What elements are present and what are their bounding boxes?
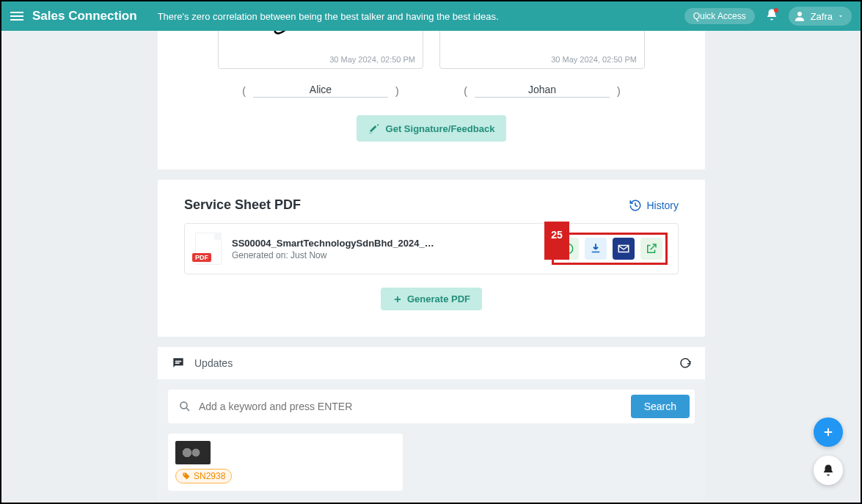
bell-icon — [822, 464, 835, 477]
signatures-card: 30 May 2024, 02:50 PM ( Alice ) 30 — [158, 31, 705, 169]
search-button[interactable]: Search — [631, 395, 690, 418]
signature-box: 30 May 2024, 02:50 PM ( Alice ) — [218, 31, 423, 98]
notifications-icon[interactable] — [765, 8, 778, 24]
chevron-down-icon — [837, 12, 844, 20]
menu-icon[interactable] — [10, 12, 23, 21]
callout-marker: 25 — [544, 222, 569, 260]
floating-actions — [814, 417, 843, 485]
topbar: Sales Connection There's zero correlatio… — [1, 1, 861, 31]
plus-icon — [822, 426, 835, 439]
tagline: There's zero correlation between being t… — [158, 11, 684, 22]
generate-pdf-button[interactable]: Generate PDF — [381, 288, 482, 310]
service-sheet-pdf-card: Service Sheet PDF History PDF SS00004_Sm… — [158, 180, 705, 337]
signature-date: 30 May 2024, 02:50 PM — [329, 55, 415, 64]
page-body: 30 May 2024, 02:50 PM ( Alice ) 30 — [1, 31, 861, 503]
update-thumbnail — [175, 441, 211, 464]
search-input[interactable] — [199, 401, 624, 412]
tag-chip[interactable]: SN2938 — [175, 469, 232, 483]
user-name: Zafra — [811, 11, 833, 22]
signature-icon — [368, 123, 380, 134]
signature-date: 30 May 2024, 02:50 PM — [551, 55, 637, 64]
download-button[interactable] — [585, 238, 607, 260]
update-item[interactable]: SN2938 — [168, 434, 403, 491]
svg-rect-2 — [592, 252, 600, 253]
pdf-filename: SS00004_SmartTechnologySdnBhd_2024_Ma… — [232, 238, 437, 249]
pdf-file-row: PDF SS00004_SmartTechnologySdnBhd_2024_M… — [184, 223, 679, 274]
pdf-section-title: Service Sheet PDF — [184, 197, 301, 213]
open-external-button[interactable] — [640, 238, 662, 260]
quick-access-button[interactable]: Quick Access — [684, 8, 755, 24]
history-icon — [629, 199, 642, 212]
brand: Sales Connection — [32, 9, 137, 23]
search-icon — [178, 400, 191, 413]
history-link[interactable]: History — [629, 199, 679, 212]
updates-label: Updates — [194, 357, 670, 369]
svg-point-6 — [184, 474, 186, 475]
svg-point-0 — [797, 12, 802, 16]
add-fab[interactable] — [814, 417, 843, 447]
signature-name: Johan — [475, 84, 610, 98]
email-icon — [617, 242, 630, 255]
user-menu[interactable]: Zafra — [789, 7, 852, 26]
download-icon — [589, 242, 602, 255]
pdf-file-icon: PDF — [195, 233, 222, 265]
svg-rect-3 — [175, 361, 181, 362]
refresh-icon[interactable] — [679, 357, 692, 370]
signature-box: 30 May 2024, 02:50 PM ( Johan ) — [439, 31, 645, 98]
plus-icon — [392, 294, 403, 304]
svg-point-5 — [180, 402, 187, 409]
open-external-icon — [645, 242, 658, 255]
signature-name: Alice — [253, 84, 388, 98]
svg-rect-4 — [175, 362, 180, 364]
alerts-fab[interactable] — [814, 456, 843, 485]
updates-search: Search — [168, 390, 695, 423]
updates-body: Search SN2938 — [158, 379, 705, 501]
email-button[interactable] — [613, 238, 635, 260]
get-signature-feedback-button[interactable]: Get Signature/Feedback — [357, 115, 507, 142]
tag-icon — [182, 472, 191, 481]
pdf-generated-on: Generated on: Just Now — [232, 250, 541, 260]
updates-header: Updates — [158, 347, 705, 379]
message-icon — [171, 356, 186, 370]
